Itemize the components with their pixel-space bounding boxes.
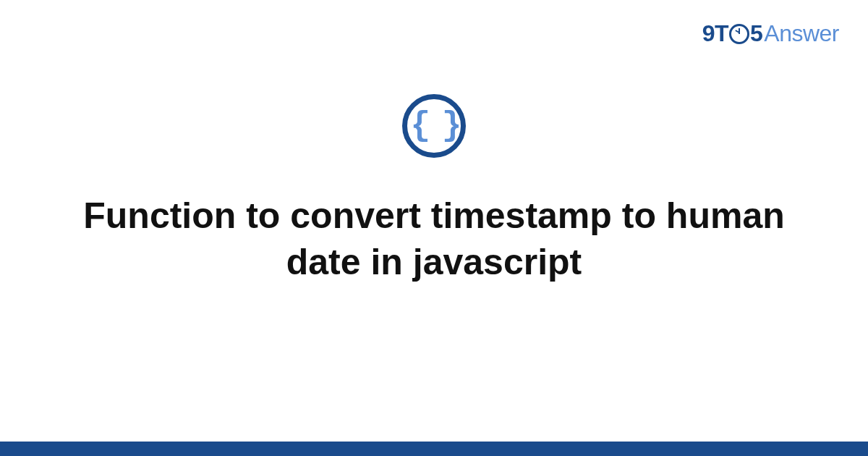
site-logo: 9T 5 Answer — [702, 20, 839, 47]
logo-text-answer: Answer — [764, 20, 839, 47]
topic-icon-circle: { } — [402, 94, 466, 158]
main-content: { } Function to convert timestamp to hum… — [0, 94, 868, 285]
footer-accent-bar — [0, 442, 868, 456]
code-braces-icon: { } — [411, 109, 458, 143]
logo-text-5: 5 — [750, 20, 762, 47]
page-title: Function to convert timestamp to human d… — [80, 193, 788, 285]
logo-text-9t: 9T — [702, 20, 728, 47]
clock-icon — [729, 24, 749, 44]
